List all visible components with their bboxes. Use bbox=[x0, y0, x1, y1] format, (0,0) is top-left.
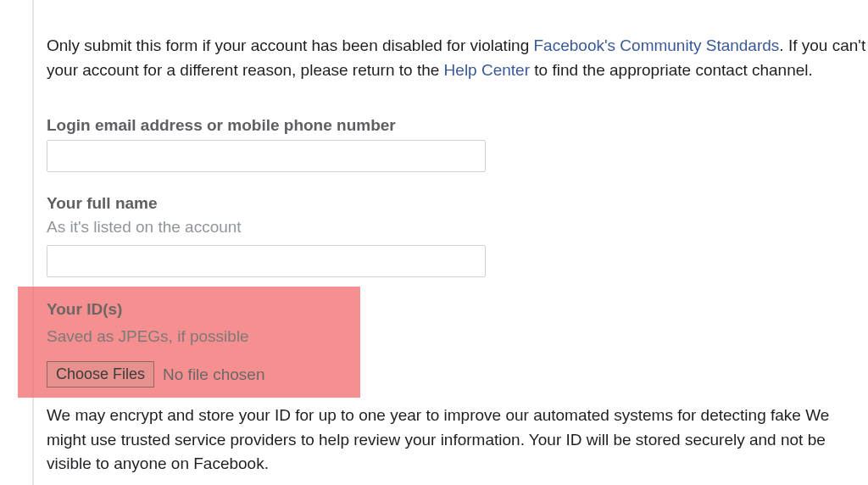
name-label: Your full name bbox=[47, 194, 868, 213]
name-section: Your full name As it's listed on the acc… bbox=[47, 194, 868, 277]
id-sublabel: Saved as JPEGs, if possible bbox=[47, 327, 360, 346]
help-center-link[interactable]: Help Center bbox=[444, 61, 530, 79]
community-standards-link[interactable]: Facebook's Community Standards bbox=[534, 36, 780, 54]
name-input[interactable] bbox=[47, 245, 486, 277]
file-status: No file chosen bbox=[163, 365, 264, 384]
id-highlight-box: Your ID(s) Saved as JPEGs, if possible C… bbox=[18, 287, 360, 398]
choose-files-button[interactable]: Choose Files bbox=[47, 361, 154, 387]
intro-text-3: to find the appropriate contact channel. bbox=[530, 61, 813, 79]
left-border bbox=[32, 0, 34, 485]
name-sublabel: As it's listed on the account bbox=[47, 218, 868, 237]
encryption-disclosure: We may encrypt and store your ID for up … bbox=[47, 404, 868, 477]
intro-paragraph: Only submit this form if your account ha… bbox=[47, 34, 868, 82]
file-row: Choose Files No file chosen bbox=[47, 361, 360, 387]
id-label: Your ID(s) bbox=[47, 300, 360, 319]
email-input[interactable] bbox=[47, 140, 486, 172]
intro-text-1: Only submit this form if your account ha… bbox=[47, 36, 534, 54]
email-label: Login email address or mobile phone numb… bbox=[47, 116, 868, 135]
email-section: Login email address or mobile phone numb… bbox=[47, 116, 868, 172]
